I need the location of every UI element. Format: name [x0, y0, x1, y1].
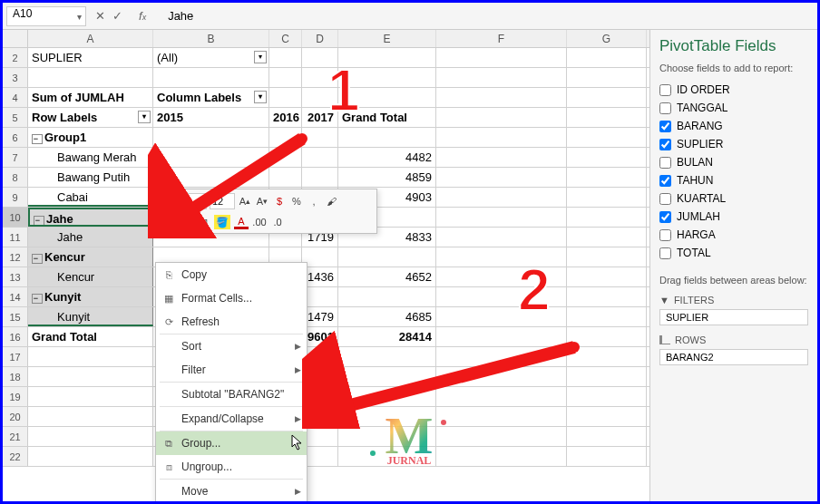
- font-family-input[interactable]: [160, 193, 207, 209]
- table-row: 4 Sum of JUMLAH Column Labels▾: [3, 88, 649, 108]
- panel-subtitle: Choose fields to add to report:: [659, 63, 808, 73]
- fx-icon[interactable]: fx: [132, 9, 153, 23]
- menu-item-sort[interactable]: Sort▶: [156, 334, 307, 358]
- format-painter-icon[interactable]: 🖌: [324, 194, 338, 208]
- collapse-icon[interactable]: −: [32, 134, 43, 144]
- sheet-area: A B C D E F G 2 SUPLIER (All)▾ 3 4 Sum o…: [3, 30, 649, 501]
- group-icon: ⧉: [161, 438, 176, 450]
- collapse-icon[interactable]: −: [34, 216, 44, 226]
- table-row: 3: [3, 68, 649, 88]
- menu-item-expand-collapse[interactable]: Expand/Collapse▶: [156, 407, 307, 431]
- row-header[interactable]: 2: [3, 48, 28, 67]
- context-menu: ⎘Copy ▦Format Cells... ⟳Refresh Sort▶ Fi…: [155, 262, 308, 501]
- filter-area-item[interactable]: SUPLIER: [659, 309, 808, 325]
- field-label: SUPLIER: [677, 138, 723, 150]
- pivot-fields-panel: PivotTable Fields Choose fields to add t…: [649, 30, 817, 501]
- percent-icon[interactable]: %: [289, 194, 304, 208]
- dropdown-icon[interactable]: ▾: [254, 91, 267, 103]
- pivot-field[interactable]: TAHUN: [659, 171, 808, 189]
- currency-icon[interactable]: $: [272, 194, 287, 208]
- border-icon[interactable]: ⊞: [196, 215, 210, 229]
- column-headers: A B C D E F G: [3, 30, 649, 48]
- select-all-corner[interactable]: [3, 30, 28, 47]
- col-header-a[interactable]: A: [28, 30, 153, 47]
- bold-icon[interactable]: B: [160, 215, 174, 229]
- pivot-field[interactable]: KUARTAL: [659, 189, 808, 208]
- decrease-decimal-icon[interactable]: .00: [252, 215, 267, 229]
- field-checkbox[interactable]: [659, 175, 671, 187]
- pivot-field[interactable]: JUMLAH: [659, 208, 808, 226]
- format-icon: ▦: [161, 293, 176, 305]
- field-checkbox[interactable]: [659, 139, 671, 150]
- cursor-icon: [291, 434, 306, 456]
- rows-icon: [659, 335, 670, 344]
- table-row: 2 SUPLIER (All)▾: [3, 48, 649, 68]
- table-row: 15 Kunyit 1479 4685: [3, 307, 649, 327]
- menu-item-ungroup[interactable]: ⧈Ungroup...: [156, 455, 307, 479]
- font-color-icon[interactable]: A: [234, 215, 249, 229]
- pivot-field[interactable]: BULAN: [659, 153, 808, 171]
- dropdown-icon[interactable]: ▾: [254, 51, 267, 63]
- field-label: HARGA: [677, 228, 716, 241]
- field-label: ID ORDER: [677, 83, 730, 96]
- menu-item-format-cells[interactable]: ▦Format Cells...: [156, 286, 307, 310]
- field-checkbox[interactable]: [659, 157, 671, 169]
- comma-icon[interactable]: ,: [307, 194, 321, 208]
- menu-item-subtotal[interactable]: Subtotal "BARANG2": [156, 383, 307, 406]
- chevron-down-icon[interactable]: ▾: [77, 12, 82, 22]
- table-row: 13 Kencur 1436 4652: [3, 267, 649, 287]
- mini-toolbar[interactable]: A▴ A▾ $ % , 🖌 B I ⊞ 🪣 A .00 .0: [155, 189, 377, 234]
- cancel-icon[interactable]: ✕: [95, 9, 105, 23]
- ungroup-icon: ⧈: [161, 461, 176, 473]
- table-row: 7 Bawang Merah 4482: [3, 148, 649, 168]
- table-row: 21: [3, 427, 649, 447]
- rows-area-item[interactable]: BARANG2: [659, 349, 808, 365]
- filter-icon: ▼: [659, 295, 669, 305]
- pivot-field[interactable]: HARGA: [659, 226, 808, 244]
- col-header-e[interactable]: E: [338, 30, 436, 47]
- fill-color-icon[interactable]: 🪣: [214, 215, 230, 229]
- collapse-icon[interactable]: −: [32, 254, 43, 264]
- table-row: 17: [3, 347, 649, 367]
- decrease-font-icon[interactable]: A▾: [255, 194, 269, 208]
- col-header-d[interactable]: D: [302, 30, 338, 47]
- cell[interactable]: (All)▾: [153, 48, 269, 67]
- table-row: 14 −Kunyit: [3, 287, 649, 307]
- field-checkbox[interactable]: [659, 211, 671, 223]
- field-checkbox[interactable]: [659, 193, 671, 205]
- font-size-input[interactable]: [210, 193, 235, 209]
- formula-bar: A10 ▾ ✕ ✓ fx Jahe: [3, 3, 817, 30]
- cell[interactable]: SUPLIER: [28, 48, 153, 67]
- pivot-field[interactable]: BARANG: [659, 117, 808, 135]
- enter-icon[interactable]: ✓: [112, 9, 122, 23]
- field-checkbox[interactable]: [659, 102, 671, 114]
- refresh-icon: ⟳: [161, 316, 176, 328]
- menu-item-refresh[interactable]: ⟳Refresh: [156, 310, 307, 334]
- menu-item-copy[interactable]: ⎘Copy: [156, 263, 307, 286]
- dropdown-icon[interactable]: ▾: [138, 111, 151, 123]
- col-header-b[interactable]: B: [153, 30, 269, 47]
- col-header-c[interactable]: C: [269, 30, 302, 47]
- pivot-field[interactable]: ID ORDER: [659, 81, 808, 99]
- field-checkbox[interactable]: [659, 247, 671, 259]
- increase-font-icon[interactable]: A▴: [238, 194, 252, 208]
- field-checkbox[interactable]: [659, 229, 671, 241]
- italic-icon[interactable]: I: [178, 215, 192, 229]
- field-checkbox[interactable]: [659, 84, 671, 96]
- menu-item-move[interactable]: Move▶: [156, 480, 307, 501]
- drag-label: Drag fields between areas below:: [659, 275, 808, 286]
- menu-item-filter[interactable]: Filter▶: [156, 358, 307, 382]
- table-row: 5 Row Labels▾ 2015 2016 2017 Grand Total: [3, 108, 649, 128]
- pivot-field[interactable]: TOTAL: [659, 244, 808, 262]
- grid-rows: 2 SUPLIER (All)▾ 3 4 Sum of JUMLAH Colum…: [3, 48, 649, 467]
- col-header-g[interactable]: G: [567, 30, 647, 47]
- pivot-field[interactable]: TANGGAL: [659, 99, 808, 117]
- pivot-field[interactable]: SUPLIER: [659, 135, 808, 153]
- col-header-f[interactable]: F: [436, 30, 567, 47]
- collapse-icon[interactable]: −: [32, 294, 43, 304]
- field-checkbox[interactable]: [659, 121, 671, 132]
- formula-value[interactable]: Jahe: [157, 9, 193, 23]
- increase-decimal-icon[interactable]: .0: [270, 215, 285, 229]
- menu-item-group[interactable]: ⧉Group...: [156, 431, 307, 455]
- name-box[interactable]: A10 ▾: [6, 6, 86, 26]
